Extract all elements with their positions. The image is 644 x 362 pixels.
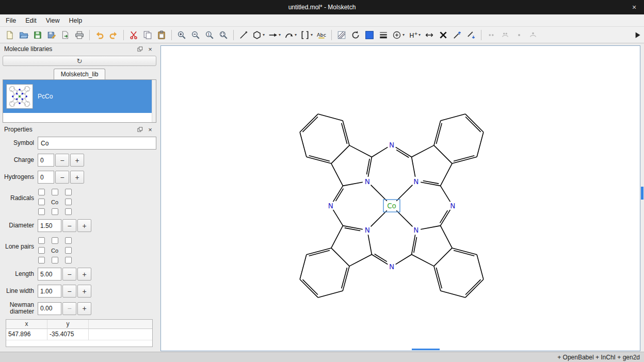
undo-button[interactable] — [93, 28, 106, 42]
delete-button[interactable] — [437, 28, 450, 42]
mechanism-arrow-button[interactable]: ▾ — [283, 28, 298, 42]
properties-panel-header[interactable]: Properties × — [1, 125, 158, 134]
charge-increment-button[interactable]: + — [70, 154, 84, 167]
line-width-button[interactable] — [377, 28, 390, 42]
menu-view[interactable]: View — [41, 15, 65, 26]
charge-input[interactable] — [38, 154, 54, 167]
radicals-checkbox-2[interactable] — [52, 189, 58, 195]
lone-pairs-checkbox-5[interactable] — [65, 247, 72, 254]
length-decrement-button[interactable]: − — [62, 268, 76, 281]
radicals-checkbox-6[interactable] — [38, 208, 45, 215]
coord-cell-y[interactable]: -35.4075 — [47, 329, 89, 340]
hydrogens-increment-button[interactable]: + — [70, 171, 84, 184]
symbol-input[interactable] — [38, 137, 156, 150]
hydrogens-dropdown-arrow[interactable]: ▾ — [418, 32, 421, 37]
text-button[interactable] — [315, 28, 328, 42]
toolbar-extension-button[interactable] — [633, 30, 642, 40]
lone-pairs-checkbox-2[interactable] — [52, 237, 58, 244]
charge-dropdown-arrow[interactable]: ▾ — [403, 32, 405, 37]
rotate-button[interactable] — [349, 28, 362, 42]
atom-label-n[interactable]: N — [413, 226, 418, 234]
atom-label-n[interactable]: N — [450, 202, 455, 210]
zoom-in-button[interactable] — [175, 28, 188, 42]
cut-button[interactable] — [127, 28, 140, 42]
atom-label-n[interactable]: N — [389, 141, 394, 149]
length-input[interactable] — [38, 268, 61, 281]
menu-file[interactable]: File — [1, 15, 21, 26]
newman-diameter-input[interactable] — [38, 302, 61, 315]
lone-pairs-checkbox-4[interactable] — [38, 247, 45, 254]
canvas-horizontal-scroll-thumb[interactable] — [412, 349, 440, 350]
menu-help[interactable]: Help — [65, 15, 87, 26]
radicals-checkbox-4[interactable] — [38, 199, 45, 205]
library-float-button[interactable] — [136, 45, 143, 53]
print-button[interactable] — [73, 28, 86, 42]
atom-label-n[interactable]: N — [365, 177, 370, 186]
export-button[interactable] — [59, 28, 72, 42]
color-button[interactable] — [363, 28, 376, 42]
diameter-decrement-button[interactable]: − — [62, 219, 76, 232]
line-width-increment-button[interactable]: + — [77, 285, 91, 298]
library-refresh-button[interactable]: ↻ — [3, 56, 156, 66]
charge-decrement-button[interactable]: − — [55, 154, 69, 167]
ring-dropdown-arrow[interactable]: ▾ — [263, 32, 265, 37]
bracket-dropdown-arrow[interactable]: ▾ — [311, 32, 313, 37]
lone-pairs-checkbox-3[interactable] — [65, 237, 72, 244]
atom-label-n[interactable]: N — [413, 177, 418, 186]
copy-button[interactable] — [141, 28, 154, 42]
hydrogens-button[interactable]: ▾ — [407, 28, 422, 42]
properties-close-button[interactable]: × — [147, 126, 154, 133]
save-button[interactable] — [31, 28, 44, 42]
library-tab-molsketch-lib[interactable]: Molsketch_lib — [54, 69, 106, 79]
lone-pairs-checkbox-7[interactable] — [52, 257, 58, 264]
radicals-checkbox-7[interactable] — [52, 208, 58, 215]
save-as-button[interactable] — [45, 28, 58, 42]
charge-button[interactable]: ▾ — [391, 28, 406, 42]
atom-label-n[interactable]: N — [328, 202, 333, 210]
radicals-checkbox-3[interactable] — [65, 189, 72, 195]
library-item-pcco[interactable]: PcCo — [3, 80, 156, 113]
wedge-pen-button[interactable] — [450, 28, 464, 42]
zoom-original-button[interactable] — [203, 28, 216, 42]
hash-pen-button[interactable] — [464, 28, 478, 42]
library-close-button[interactable]: × — [147, 45, 154, 53]
open-button[interactable] — [17, 28, 30, 42]
hash-bond-button[interactable] — [335, 28, 348, 42]
lone-pairs-checkbox-6[interactable] — [38, 257, 45, 264]
flip-horizontal-button[interactable] — [423, 28, 436, 42]
newman-diameter-decrement-button[interactable]: − — [62, 302, 76, 315]
zoom-fit-button[interactable] — [217, 28, 230, 42]
hydrogens-input[interactable] — [38, 171, 54, 184]
redo-button[interactable] — [107, 28, 120, 42]
canvas-vertical-scroll-thumb[interactable] — [641, 187, 643, 200]
lone-pairs-checkbox-1[interactable] — [38, 237, 45, 244]
diameter-input[interactable] — [38, 219, 61, 232]
hydrogens-decrement-button[interactable]: − — [55, 171, 69, 184]
radicals-checkbox-8[interactable] — [65, 208, 72, 215]
line-width-decrement-button[interactable]: − — [62, 285, 76, 298]
mechanism-arrow-dropdown-arrow[interactable]: ▾ — [295, 32, 297, 37]
reaction-arrow-button[interactable]: ▾ — [267, 28, 282, 42]
atom-label-co[interactable]: Co — [387, 202, 396, 210]
library-scrollbar[interactable] — [152, 80, 156, 122]
coord-cell-x[interactable]: 547.896 — [6, 329, 47, 340]
library-panel-header[interactable]: Molecule libraries × — [1, 44, 158, 54]
zoom-out-button[interactable] — [189, 28, 202, 42]
molecule-svg[interactable]: CoNNNNNNNN — [161, 46, 640, 351]
lone-pairs-checkbox-8[interactable] — [65, 257, 72, 264]
bracket-button[interactable]: ▾ — [299, 28, 314, 42]
ring-button[interactable]: ▾ — [251, 28, 266, 42]
window-close-button[interactable]: × — [630, 3, 639, 12]
atom-label-n[interactable]: N — [389, 262, 394, 271]
properties-float-button[interactable] — [136, 126, 143, 133]
new-button[interactable] — [3, 28, 17, 42]
radicals-checkbox-5[interactable] — [65, 199, 72, 205]
atom-label-n[interactable]: N — [365, 226, 370, 234]
radicals-checkbox-1[interactable] — [38, 189, 45, 195]
window-titlebar[interactable]: untitled.mol* - Molsketch × — [0, 0, 644, 14]
coord-header-x[interactable]: x — [6, 320, 47, 329]
drawing-canvas[interactable]: CoNNNNNNNN — [160, 45, 640, 351]
paste-button[interactable] — [155, 28, 168, 42]
reaction-arrow-dropdown-arrow[interactable]: ▾ — [279, 32, 281, 37]
line-width-input[interactable] — [38, 285, 61, 298]
